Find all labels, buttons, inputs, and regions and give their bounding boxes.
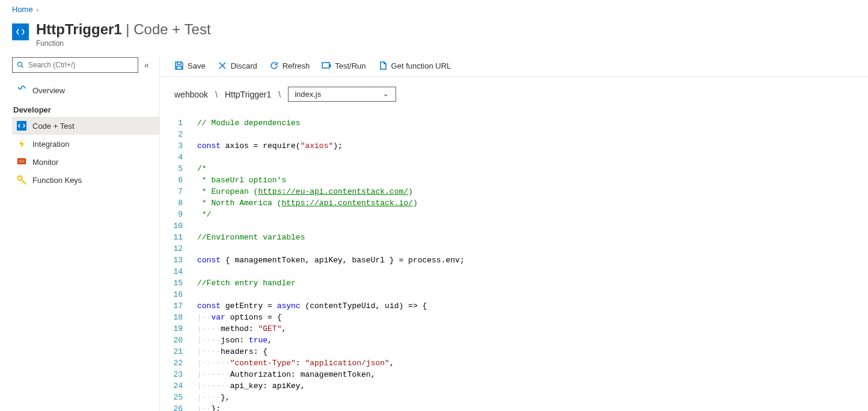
test-run-button[interactable]: Test/Run	[322, 61, 365, 70]
sidebar-item-label: Integration	[32, 140, 69, 149]
sidebar-item-code-test[interactable]: Code + Test	[12, 117, 159, 135]
path-root: wehbook	[174, 90, 208, 99]
refresh-button[interactable]: Refresh	[269, 61, 310, 70]
file-path-row: wehbook \ HttpTrigger1 \ index.js	[160, 77, 868, 111]
sidebar-item-function-keys[interactable]: Function Keys	[12, 171, 159, 189]
path-separator: \	[215, 90, 218, 99]
content-area: Save Discard Refresh Test/Run Get functi…	[159, 55, 868, 411]
chevron-right-icon: ›	[37, 6, 39, 13]
overview-icon	[17, 85, 26, 95]
discard-icon	[218, 61, 227, 70]
file-select-dropdown[interactable]: index.js	[288, 87, 396, 102]
code-icon	[17, 121, 26, 131]
svg-point-0	[17, 62, 22, 66]
sidebar-item-label: Monitor	[32, 158, 58, 167]
get-function-url-button[interactable]: Get function URL	[378, 61, 451, 70]
search-icon	[16, 61, 25, 69]
sidebar-item-overview[interactable]: Overview	[12, 81, 159, 99]
path-separator: \	[278, 90, 281, 99]
breadcrumb-home[interactable]: Home	[12, 5, 33, 14]
sidebar-item-label: Overview	[32, 86, 65, 95]
key-icon	[17, 175, 26, 185]
page-subtitle: Function	[36, 39, 211, 48]
save-button[interactable]: Save	[174, 61, 206, 70]
discard-button[interactable]: Discard	[218, 61, 257, 70]
bolt-icon	[17, 139, 26, 149]
code-content[interactable]: // Module dependencies const axios = req…	[191, 111, 465, 411]
line-gutter: 1234567891011121314151617181920212223242…	[168, 111, 191, 411]
collapse-sidebar-icon[interactable]: «	[144, 60, 149, 70]
breadcrumb: Home ›	[0, 0, 868, 19]
toolbar: Save Discard Refresh Test/Run Get functi…	[160, 55, 868, 77]
sidebar-item-label: Function Keys	[32, 176, 82, 185]
code-editor[interactable]: 1234567891011121314151617181920212223242…	[160, 111, 868, 411]
sidebar-item-monitor[interactable]: Monitor	[12, 153, 159, 171]
get-url-icon	[378, 61, 388, 70]
monitor-icon	[17, 157, 26, 167]
function-icon	[12, 23, 29, 40]
search-input[interactable]	[28, 61, 134, 69]
page-title: HttpTrigger1 | Code + Test	[36, 21, 211, 38]
search-box[interactable]	[12, 57, 138, 73]
sidebar: « Overview Developer Code + Test Integra…	[0, 55, 159, 411]
svg-line-1	[22, 66, 23, 68]
save-icon	[174, 61, 184, 70]
sidebar-item-label: Code + Test	[32, 122, 75, 131]
test-run-icon	[322, 61, 331, 70]
page-header: HttpTrigger1 | Code + Test Function	[0, 19, 868, 55]
path-function: HttpTrigger1	[225, 90, 271, 99]
sidebar-section-developer: Developer	[12, 99, 159, 117]
sidebar-item-integration[interactable]: Integration	[12, 135, 159, 153]
svg-rect-6	[322, 63, 329, 68]
refresh-icon	[269, 61, 279, 70]
svg-rect-4	[19, 159, 25, 163]
